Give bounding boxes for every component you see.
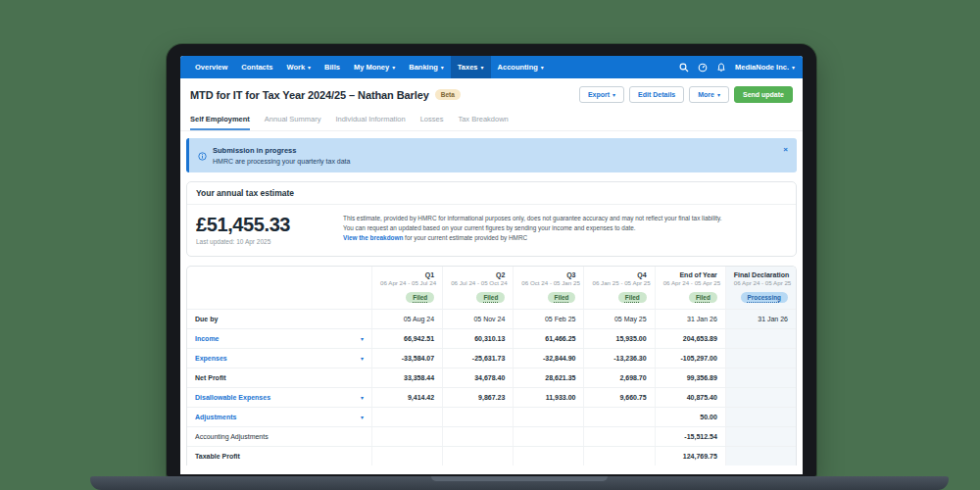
- tab-self-employment[interactable]: Self Employment: [190, 109, 250, 130]
- status-badge-processing[interactable]: Processing: [741, 292, 788, 303]
- nav-item-overview[interactable]: Overview: [188, 56, 234, 78]
- status-badge-filed[interactable]: Filed: [476, 292, 505, 303]
- search-icon[interactable]: [679, 63, 689, 73]
- account-menu[interactable]: MediaNode Inc. ▾: [735, 63, 795, 72]
- value-cell: [442, 447, 513, 466]
- row-label-due-by: Due by: [187, 310, 371, 328]
- timer-icon[interactable]: [698, 63, 708, 73]
- value-cell: -15,512.54: [655, 427, 725, 446]
- row-label-accounting-adjustments: Accounting Adjustments: [187, 427, 371, 446]
- notifications-bell-icon[interactable]: [716, 63, 726, 73]
- nav-item-label: Banking: [409, 63, 438, 72]
- status-cell: Filed: [513, 290, 583, 309]
- row-label-adjustments[interactable]: Adjustments▾: [187, 408, 371, 426]
- column-header-q4: Q406 Jan 25 - 05 Apr 25: [583, 267, 654, 290]
- table-row-disallowable-expenses: Disallowable Expenses▾9,414.429,867.2311…: [187, 387, 796, 407]
- column-header-q1: Q106 Apr 24 - 05 Jul 24: [371, 267, 442, 290]
- laptop-base: [90, 476, 949, 490]
- tab-label: Individual Information: [335, 115, 405, 123]
- nav-item-accounting[interactable]: Accounting ▾: [491, 56, 551, 78]
- estimate-heading: Your annual tax estimate: [187, 182, 796, 205]
- table-row-accounting-adjustments: Accounting Adjustments-15,512.54: [187, 426, 796, 446]
- chevron-down-icon[interactable]: ▾: [361, 355, 364, 362]
- banner-text: Submission in progress HMRC are processi…: [213, 146, 350, 165]
- table-status-row: FiledFiledFiledFiledFiledProcessing: [187, 290, 796, 309]
- value-cell: 05 Feb 25: [513, 310, 583, 328]
- disclaimer-line-1: This estimate, provided by HMRC for info…: [343, 214, 787, 223]
- value-cell: [725, 349, 796, 368]
- status-badge-filed[interactable]: Filed: [406, 292, 434, 303]
- value-cell: [442, 408, 513, 426]
- tab-losses[interactable]: Losses: [420, 109, 444, 130]
- tab-tax-breakdown[interactable]: Tax Breakdown: [458, 109, 508, 130]
- nav-menu: Overview Contacts Work ▾ Bills: [188, 56, 551, 78]
- table-row-net-profit: Net Profit33,358.4434,678.4028,621.352,6…: [187, 368, 796, 387]
- value-cell: [513, 447, 583, 466]
- status-badge-filed[interactable]: Filed: [548, 292, 576, 303]
- tab-label: Annual Summary: [265, 115, 321, 123]
- row-label-expenses[interactable]: Expenses▾: [187, 349, 371, 368]
- chevron-down-icon[interactable]: ▾: [361, 394, 364, 401]
- tab-label: Tax Breakdown: [458, 115, 508, 123]
- tab-label: Self Employment: [190, 115, 250, 123]
- value-cell: -13,236.30: [583, 349, 654, 368]
- disclaimer-line-3: View the breakdown for your current esti…: [343, 233, 787, 243]
- value-cell: 61,466.25: [513, 329, 583, 348]
- value-cell: [513, 427, 583, 446]
- status-cell: Filed: [583, 290, 654, 309]
- button-label: Export: [588, 91, 610, 98]
- nav-item-banking[interactable]: Banking ▾: [402, 56, 451, 78]
- row-label-taxable-profit: Taxable Profit: [187, 447, 371, 466]
- row-label: Due by: [195, 316, 218, 322]
- row-label-income[interactable]: Income▾: [187, 329, 371, 348]
- nav-item-taxes[interactable]: Taxes ▾: [451, 56, 491, 78]
- value-cell: [371, 447, 442, 466]
- chevron-down-icon: ▾: [441, 65, 444, 71]
- table-header-row: Q106 Apr 24 - 05 Jul 24Q206 Jul 24 - 05 …: [187, 267, 796, 290]
- value-cell: [725, 447, 796, 466]
- laptop-screen: Overview Contacts Work ▾ Bills: [180, 56, 803, 474]
- nav-item-label: Accounting: [498, 63, 538, 72]
- nav-item-label: Work: [286, 63, 305, 72]
- value-cell: -25,631.73: [442, 349, 513, 368]
- value-cell: [725, 408, 796, 426]
- status-cell: Filed: [371, 290, 442, 309]
- column-header-end-of-year: End of Year06 Apr 24 - 05 Apr 25: [655, 267, 725, 290]
- value-cell: [725, 388, 796, 407]
- button-more[interactable]: More ▾: [689, 86, 729, 103]
- tab-individual-information[interactable]: Individual Information: [335, 109, 405, 130]
- view-breakdown-link[interactable]: View the breakdown: [343, 234, 403, 241]
- value-cell: 124,769.75: [655, 447, 725, 466]
- row-label: Net Profit: [195, 374, 226, 381]
- chevron-down-icon[interactable]: ▾: [361, 414, 364, 420]
- value-cell: 05 Nov 24: [442, 310, 513, 328]
- value-cell: 11,933.00: [513, 388, 583, 407]
- nav-item-contacts[interactable]: Contacts: [234, 56, 279, 78]
- breakdown-suffix: for your current estimate provided by HM…: [405, 234, 527, 241]
- button-send-update[interactable]: Send update: [734, 86, 793, 103]
- nav-item-bills[interactable]: Bills: [318, 56, 347, 78]
- estimate-amount: £51,455.33: [196, 214, 343, 236]
- nav-item-my-money[interactable]: My Money ▾: [347, 56, 402, 78]
- close-icon[interactable]: ×: [783, 145, 788, 154]
- nav-item-label: Contacts: [241, 63, 272, 72]
- header-actions: Export ▾ Edit Details More ▾ Send: [579, 86, 793, 103]
- value-cell: 9,660.75: [583, 388, 654, 407]
- button-export[interactable]: Export ▾: [579, 86, 624, 103]
- banner-title: Submission in progress: [213, 146, 350, 155]
- row-label-net-profit: Net Profit: [187, 368, 371, 387]
- tab-annual-summary[interactable]: Annual Summary: [265, 109, 321, 130]
- value-cell: 34,678.40: [442, 368, 513, 387]
- column-header-final-declaration: Final Declaration06 Apr 24 - 05 Apr 25: [725, 267, 796, 290]
- row-label: Income: [195, 335, 220, 342]
- status-badge-filed[interactable]: Filed: [689, 292, 717, 303]
- nav-item-work[interactable]: Work ▾: [279, 56, 318, 78]
- row-label-disallowable-expenses[interactable]: Disallowable Expenses▾: [187, 388, 371, 407]
- value-cell: 9,414.42: [371, 388, 442, 407]
- value-cell: [371, 427, 442, 446]
- button-edit-details[interactable]: Edit Details: [629, 86, 684, 103]
- value-cell: 50.00: [655, 408, 725, 426]
- laptop-hinge-notch: [431, 476, 608, 481]
- status-badge-filed[interactable]: Filed: [618, 292, 647, 303]
- chevron-down-icon[interactable]: ▾: [361, 335, 364, 342]
